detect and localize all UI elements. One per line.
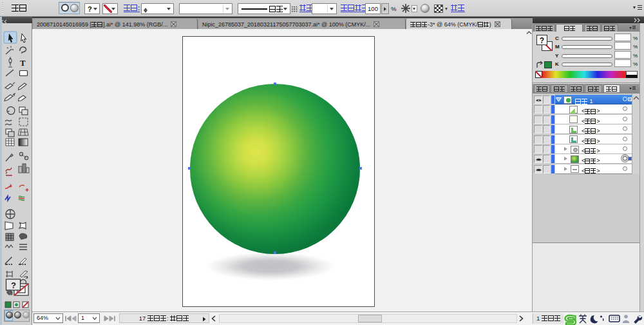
svg-text:?: ? — [11, 281, 16, 290]
svg-text:T: T — [20, 58, 26, 68]
